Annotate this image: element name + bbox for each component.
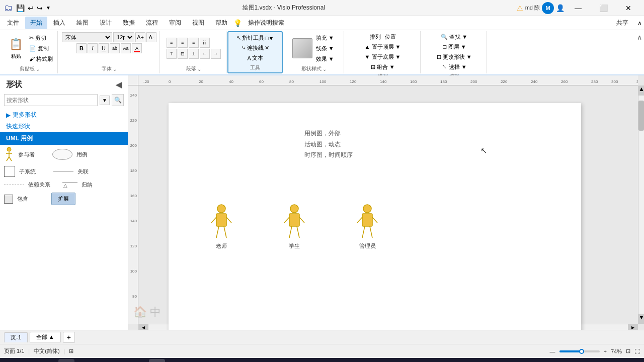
use-case-shape[interactable]: [52, 149, 72, 160]
scrollbar-up-arrow[interactable]: ▲: [638, 85, 644, 96]
include-shape[interactable]: [4, 195, 13, 204]
undo-icon[interactable]: ↩: [28, 4, 34, 12]
user-avatar[interactable]: M: [542, 2, 554, 14]
ribbon-collapse-icon[interactable]: ∧: [637, 20, 642, 27]
bring-front-button[interactable]: ▲ 置于顶层 ▼: [363, 42, 403, 52]
menu-data[interactable]: 数据: [118, 17, 140, 29]
sidebar-category-uml[interactable]: UML 用例: [0, 132, 128, 145]
notification-button[interactable]: 💬: [624, 359, 640, 362]
shape-style-preview[interactable]: [292, 38, 312, 58]
extend-button[interactable]: 扩展: [51, 193, 75, 205]
change-shape-button[interactable]: ⊡ 更改形状 ▼: [435, 52, 473, 62]
align-right-button[interactable]: ≡: [189, 38, 199, 48]
font-family-select[interactable]: 宋体: [62, 32, 112, 42]
fill-button[interactable]: 填充 ▼: [314, 33, 336, 43]
scrollbar-left-arrow[interactable]: ◀: [138, 324, 148, 330]
word-button[interactable]: W: [95, 359, 111, 362]
arrange-button[interactable]: 排列: [368, 32, 382, 42]
bold-button[interactable]: B: [76, 43, 87, 53]
redo-icon[interactable]: ↪: [37, 4, 43, 12]
font-grow-button[interactable]: A+: [135, 32, 145, 42]
cut-button[interactable]: ✂ 剪切: [28, 33, 54, 43]
menu-search[interactable]: 操作说明搜索: [243, 17, 289, 29]
sidebar-more-shapes[interactable]: ▶ 更多形状: [0, 109, 128, 121]
underline-button[interactable]: U: [99, 43, 109, 53]
share-button[interactable]: 共享: [611, 17, 633, 29]
taskview-button[interactable]: ⧉: [40, 359, 56, 362]
page-tab-1[interactable]: 页-1: [4, 332, 28, 342]
account-icon[interactable]: 👤: [556, 4, 565, 12]
visio-taskbar-item[interactable]: 🗂: [149, 359, 165, 362]
start-button[interactable]: ⊞: [4, 359, 20, 362]
msedge-button[interactable]: e: [76, 359, 93, 362]
send-back-button[interactable]: ▼ 置于底层 ▼: [363, 52, 403, 62]
group-button[interactable]: ⊞ 组合 ▼: [369, 62, 396, 72]
folder-button[interactable]: 📁: [131, 359, 147, 362]
menu-home[interactable]: 开始: [25, 17, 47, 29]
shape-participant[interactable]: [4, 147, 14, 162]
menu-view[interactable]: 视图: [187, 17, 209, 29]
italic-button[interactable]: I: [88, 43, 98, 53]
zoom-slider[interactable]: [559, 350, 600, 352]
quick-access-more[interactable]: ▼: [46, 5, 51, 11]
page-tab-all[interactable]: 全部 ▲: [30, 332, 61, 342]
save-icon[interactable]: 💾: [16, 4, 25, 12]
visio-button[interactable]: 🗂: [149, 359, 165, 362]
zoom-out-button[interactable]: —: [550, 348, 555, 354]
add-page-button[interactable]: +: [63, 332, 75, 343]
align-center-button[interactable]: ≡: [178, 38, 188, 48]
line-button[interactable]: 线条 ▼: [314, 44, 336, 53]
position-button[interactable]: 位置: [383, 32, 397, 42]
indent-inc-button[interactable]: →: [211, 49, 221, 59]
fit-page-icon[interactable]: ⊡: [626, 348, 630, 354]
scrollbar-thumb-v[interactable]: [638, 101, 644, 131]
ribbon-expand-icon[interactable]: ∧: [637, 33, 642, 41]
select-button[interactable]: ↖ 选择 ▼: [440, 62, 468, 72]
connector-close[interactable]: ✕: [265, 45, 269, 51]
indent-dec-button[interactable]: ←: [200, 49, 210, 59]
font-shrink-button[interactable]: A-: [146, 32, 156, 42]
scrollbar-down-arrow[interactable]: ▼: [638, 314, 644, 324]
subsystem-shape[interactable]: [4, 166, 15, 177]
search-button[interactable]: 🔍: [22, 359, 38, 362]
find-button[interactable]: 🔍 查找 ▼: [439, 32, 469, 42]
strikethrough-button[interactable]: ab: [110, 43, 120, 53]
search-button[interactable]: 🔍: [112, 94, 124, 106]
menu-design[interactable]: 设计: [95, 17, 117, 29]
pointer-tool-button[interactable]: ↖ 指针工具 □▼: [235, 33, 276, 43]
close-button[interactable]: ✕: [617, 0, 640, 16]
figure-admin[interactable]: 管理员: [355, 204, 380, 250]
menu-file[interactable]: 文件: [2, 17, 24, 29]
zoom-slider-thumb[interactable]: [579, 349, 584, 354]
edge-button[interactable]: e: [58, 359, 74, 362]
sidebar-collapse-icon[interactable]: ◀: [116, 80, 122, 89]
search-dropdown-icon[interactable]: ▼: [100, 96, 110, 105]
distribute-button[interactable]: ⣿: [200, 38, 210, 48]
fullscreen-icon[interactable]: ⛶: [634, 348, 640, 354]
connector-tool-button[interactable]: ⤷ 连接线 ✕: [240, 43, 271, 53]
scrollbar-right-arrow[interactable]: ▶: [628, 324, 638, 330]
menu-review[interactable]: 审阅: [164, 17, 186, 29]
generalization-line[interactable]: △: [62, 182, 77, 188]
valign-top-button[interactable]: ⊤: [167, 49, 177, 59]
valign-mid-button[interactable]: ⊟: [178, 49, 188, 59]
menu-draw[interactable]: 绘图: [71, 17, 94, 29]
menu-process[interactable]: 流程: [141, 17, 163, 29]
text-tool-button[interactable]: A 文本: [246, 53, 264, 63]
sidebar-quick-shapes[interactable]: 快速形状: [0, 121, 128, 132]
figure-student[interactable]: 学生: [282, 204, 307, 250]
zoom-in-button[interactable]: +: [604, 348, 607, 354]
align-left-button[interactable]: ≡: [167, 38, 177, 48]
copy-button[interactable]: 📄 复制: [28, 44, 54, 53]
minimize-button[interactable]: —: [567, 0, 590, 16]
paste-button[interactable]: 📋: [5, 37, 27, 52]
font-color-button[interactable]: A: [132, 43, 142, 53]
scrollbar-vertical[interactable]: ▲ ▼: [638, 85, 644, 324]
format-painter-button[interactable]: 🖌 格式刷: [28, 54, 54, 64]
menu-help[interactable]: 帮助: [210, 17, 232, 29]
layer-button[interactable]: ⊟ 图层 ▼: [441, 42, 468, 52]
valign-bot-button[interactable]: ⊥: [189, 49, 199, 59]
maximize-button[interactable]: ⬜: [592, 0, 615, 16]
font-size-select[interactable]: 12pt: [113, 32, 134, 42]
figure-teacher[interactable]: 老师: [209, 204, 234, 250]
